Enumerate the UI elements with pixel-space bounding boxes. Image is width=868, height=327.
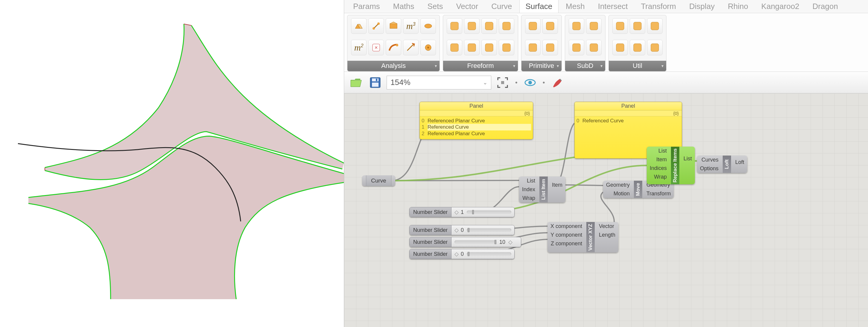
diamond-icon: ◇ (455, 251, 458, 257)
menu-tab-display[interactable]: Display (683, 0, 721, 13)
ribbon-icon[interactable]: m2 (351, 40, 367, 55)
ribbon-icon[interactable] (542, 18, 558, 34)
svg-rect-16 (485, 44, 493, 52)
menu-tab-vector[interactable]: Vector (450, 0, 484, 13)
preview-toggle-button[interactable] (522, 75, 538, 90)
ribbon-icon[interactable] (386, 40, 401, 55)
ribbon-icon[interactable] (447, 40, 462, 55)
panel-row: 0Referenced Curve (577, 118, 680, 124)
menu-tab-rhino[interactable]: Rhino (722, 0, 754, 13)
menu-tab-intersect[interactable]: Intersect (592, 0, 634, 13)
ribbon-icon[interactable] (630, 18, 645, 34)
list-item-out-item[interactable]: Item (548, 177, 565, 194)
ribbon-icon[interactable] (386, 18, 401, 34)
ribbon-icon[interactable] (586, 40, 601, 55)
zoom-dropdown[interactable]: 154% ⌄ (386, 76, 491, 89)
loft-node[interactable]: Curves Options Loft Loft (697, 155, 747, 173)
move-in-geometry[interactable]: Geometry (603, 181, 634, 189)
grasshopper-canvas[interactable]: Curve Panel {0} 0Referenced Planar Curve… (344, 93, 868, 327)
number-slider-index[interactable]: Number Slider ◇ 1 (409, 207, 515, 217)
svg-rect-14 (468, 44, 476, 52)
ribbon-icon[interactable] (612, 18, 628, 34)
zoom-extents-button[interactable] (495, 75, 510, 90)
menu-tab-dragon[interactable]: Dragon (806, 0, 844, 13)
replace-in-item[interactable]: Item (647, 155, 671, 164)
ribbon-icon[interactable] (447, 18, 462, 34)
ribbon-icon[interactable]: m3 (403, 18, 418, 34)
vector-in-y[interactable]: Y component (548, 231, 586, 239)
sketch-button[interactable] (550, 75, 565, 90)
ribbon-icon[interactable] (630, 40, 645, 55)
ribbon-group-label[interactable]: Util (609, 61, 666, 71)
ribbon-icon[interactable] (499, 40, 514, 55)
panel-1[interactable]: Panel {0} 0Referenced Planar Curve1Refer… (420, 102, 533, 140)
svg-rect-18 (503, 44, 510, 52)
ribbon-group-label[interactable]: Analysis (347, 61, 439, 71)
ribbon-icon[interactable] (586, 18, 601, 34)
ribbon-icon[interactable] (368, 18, 384, 34)
ribbon-icon[interactable] (421, 40, 436, 55)
ribbon-group-label[interactable]: SubD (565, 61, 605, 71)
number-slider-z[interactable]: Number Slider ◇ 0 (409, 249, 515, 259)
vector-out-length[interactable]: Length (595, 231, 618, 239)
replace-out-list[interactable]: List (679, 147, 695, 171)
ribbon-icon[interactable] (569, 40, 584, 55)
replace-in-list[interactable]: List (647, 147, 671, 155)
slider-x-label: Number Slider (410, 225, 452, 235)
menu-tab-curve[interactable]: Curve (485, 0, 518, 13)
ribbon-icon[interactable] (612, 40, 628, 55)
menu-tab-mesh[interactable]: Mesh (560, 0, 591, 13)
loft-out-loft[interactable]: Loft (731, 155, 747, 169)
vector-xyz-node[interactable]: X component Y component Z component Vect… (548, 222, 618, 252)
ribbon-group-label[interactable]: Freeform (443, 61, 518, 71)
replace-items-node[interactable]: List Item Indices Wrap Replace Items Lis… (647, 147, 695, 184)
chevron-down-icon: ⌄ (483, 79, 487, 86)
loft-in-curves[interactable]: Curves (697, 155, 723, 164)
ribbon-icon[interactable] (464, 40, 479, 55)
ribbon-icon[interactable] (403, 40, 418, 55)
menu-tab-maths[interactable]: Maths (387, 0, 421, 13)
ribbon-icon[interactable] (569, 18, 584, 34)
svg-rect-31 (651, 22, 659, 30)
list-item-in-list[interactable]: List (519, 177, 539, 185)
vector-in-x[interactable]: X component (548, 222, 586, 231)
open-file-button[interactable] (348, 75, 364, 90)
list-item-in-index[interactable]: Index (519, 185, 539, 194)
curve-param[interactable]: Curve (362, 175, 395, 186)
rhino-viewport[interactable] (0, 0, 344, 327)
ribbon-icon[interactable] (647, 40, 662, 55)
ribbon-icon[interactable] (525, 40, 540, 55)
move-in-motion[interactable]: Motion (603, 189, 634, 198)
ribbon-icon[interactable] (464, 18, 479, 34)
menu-tab-transform[interactable]: Transform (635, 0, 682, 13)
save-file-button[interactable] (368, 75, 383, 90)
panel-row-text: Referenced Planar Curve (428, 130, 531, 137)
menu-tab-params[interactable]: Params (347, 0, 386, 13)
list-item-node[interactable]: List Index Wrap List Item Item (519, 177, 565, 203)
ribbon-icon[interactable] (499, 18, 514, 34)
menu-tab-kangaroo2[interactable]: Kangaroo2 (755, 0, 805, 13)
replace-in-indices[interactable]: Indices (647, 164, 671, 173)
list-item-in-wrap[interactable]: Wrap (519, 194, 539, 203)
ribbon-icon[interactable] (525, 18, 540, 34)
replace-in-wrap[interactable]: Wrap (647, 173, 671, 181)
vector-in-z[interactable]: Z component (548, 239, 586, 248)
diamond-icon: ◇ (508, 239, 512, 245)
menu-tab-sets[interactable]: Sets (421, 0, 449, 13)
number-slider-y[interactable]: Number Slider 10 ◇ (409, 237, 521, 247)
vector-out-vector[interactable]: Vector (595, 222, 618, 231)
ribbon-icon[interactable] (482, 18, 497, 34)
number-slider-x[interactable]: Number Slider ◇ 0 (409, 225, 515, 235)
svg-rect-17 (503, 22, 510, 30)
menu-tab-surface[interactable]: Surface (519, 0, 559, 13)
move-out-transform[interactable]: Transform (642, 189, 674, 198)
loft-in-options[interactable]: Options (697, 164, 723, 173)
ribbon-group-label[interactable]: Primitive (522, 61, 561, 71)
ribbon-icon[interactable] (482, 40, 497, 55)
ribbon-icon[interactable] (542, 40, 558, 55)
ribbon-icon[interactable] (351, 18, 367, 34)
category-tabs: ParamsMathsSetsVectorCurveSurfaceMeshInt… (344, 0, 868, 13)
ribbon-icon[interactable]: × (368, 40, 384, 55)
ribbon-icon[interactable] (421, 18, 436, 34)
ribbon-icon[interactable] (647, 18, 662, 34)
